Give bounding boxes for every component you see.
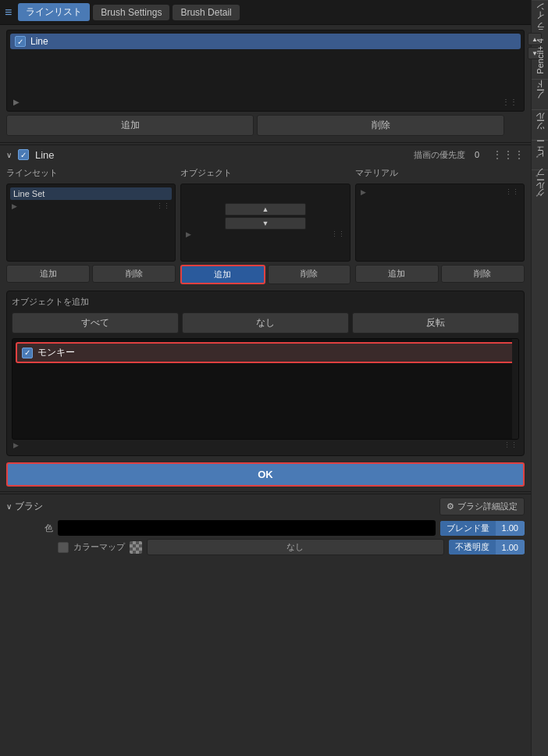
line-list-item[interactable]: ✓ Line — [10, 34, 521, 49]
tab-brush-detail[interactable]: Brush Detail — [173, 5, 239, 20]
line-detail-name: Line — [35, 149, 407, 161]
priority-label: 描画の優先度 — [414, 149, 465, 161]
line-item-name: Line — [30, 36, 48, 47]
add-object-btn-row: すべて なし 反転 — [12, 312, 519, 333]
object-expand-icon: ▶ — [186, 230, 191, 238]
object-drag-icon2: ⋮⋮ — [504, 441, 518, 449]
right-sidebar: Pencil+ 4 ライン ノード ツール ビュー グループ — [531, 0, 548, 756]
sidebar-item-pencil4[interactable]: Pencil+ 4 ライン — [532, 0, 548, 79]
blend-label: ブレンド量 — [440, 521, 496, 536]
line-detail-checkbox[interactable]: ✓ — [18, 149, 29, 160]
object-list-footer: ▶ ⋮⋮ — [184, 230, 346, 239]
lineset-list-box: Line Set ▶ ⋮⋮ — [6, 184, 176, 262]
material-drag-icon: ⋮⋮ — [505, 188, 519, 196]
tab-brush-settings[interactable]: Brush Settings — [93, 5, 169, 20]
lineset-col: ラインセット Line Set ▶ ⋮⋮ 追加 削除 — [6, 167, 176, 284]
brush-settings-icon: ⚙ — [447, 501, 454, 512]
material-col: マテリアル ▶ ⋮⋮ 追加 削除 — [355, 167, 525, 284]
line-detail-menu[interactable]: ⋮⋮⋮ — [492, 148, 525, 161]
remove-object-btn[interactable]: 削除 — [268, 265, 351, 284]
tab-line-list[interactable]: ラインリスト — [18, 3, 90, 21]
object-col: オブジェクト ▲ ▼ ▶ ⋮⋮ 追加 削除 — [180, 167, 350, 284]
lineset-drag-icon: ⋮⋮ — [156, 202, 170, 210]
list-expand-icon: ▶ — [13, 98, 20, 106]
sidebar-item-node[interactable]: ノード — [532, 79, 548, 109]
line-list-scroll — [10, 49, 521, 96]
brush-title-text: ブラシ — [15, 500, 43, 513]
object-select-checkbox[interactable]: ✓ — [22, 348, 33, 358]
line-list-section: ✓ Line ▶ ⋮⋮ ▲ ▼ 追加 削除 — [0, 25, 531, 141]
brush-chevron[interactable]: ∨ — [6, 502, 12, 511]
lineset-label: ラインセット — [6, 167, 176, 179]
tab-icon: ≡ — [5, 5, 12, 20]
list-drag-icon: ⋮⋮ — [502, 98, 518, 106]
color-swatch[interactable] — [58, 520, 436, 536]
line-detail-header: ∨ ✓ Line 描画の優先度 0 ⋮⋮⋮ — [0, 144, 531, 164]
remove-material-btn[interactable]: 削除 — [441, 265, 525, 283]
object-drag-icon: ⋮⋮ — [331, 230, 345, 238]
line-detail-chevron[interactable]: ∨ — [6, 151, 12, 159]
ok-btn-row: OK — [0, 459, 531, 490]
none-button[interactable]: なし — [182, 312, 349, 333]
line-list-footer: ▶ ⋮⋮ — [10, 96, 521, 108]
ok-button[interactable]: OK — [6, 462, 525, 487]
object-up-btn[interactable]: ▲ — [225, 203, 306, 216]
object-select-list: ✓ モンキー — [12, 338, 519, 440]
checker-icon — [130, 541, 142, 554]
material-expand-icon: ▶ — [361, 188, 366, 196]
object-select-item[interactable]: ✓ モンキー — [16, 342, 515, 363]
object-list-footer: ▶ ⋮⋮ — [12, 440, 519, 451]
sidebar-item-view[interactable]: ビュー — [532, 140, 548, 169]
object-arrow-btns: ▲ ▼ — [225, 203, 306, 230]
add-object-panel: オブジェクトを追加 すべて なし 反転 ✓ モンキー ▶ ⋮⋮ — [6, 291, 525, 456]
tab-bar: ≡ ラインリスト Brush Settings Brush Detail — [0, 0, 531, 25]
object-down-btn[interactable]: ▼ — [225, 217, 306, 230]
lineset-expand-icon: ▶ — [12, 202, 17, 210]
brush-header: ∨ ブラシ ⚙ ブラシ詳細設定 — [6, 497, 525, 515]
brush-settings-label: ブラシ詳細設定 — [457, 501, 518, 512]
add-line-button[interactable]: 追加 — [6, 115, 254, 136]
lineset-list-footer: ▶ ⋮⋮ — [10, 201, 172, 211]
line-item-checkbox[interactable]: ✓ — [15, 36, 26, 47]
add-object-panel-title: オブジェクトを追加 — [12, 296, 519, 308]
lineset-item[interactable]: Line Set — [10, 187, 172, 200]
colormap-row: カラーマップ なし 不透明度 1.00 — [6, 539, 525, 555]
three-col-section: ラインセット Line Set ▶ ⋮⋮ 追加 削除 オブジェクト ▲ ▼ — [0, 164, 531, 287]
opacity-label: 不透明度 — [449, 540, 496, 555]
brush-section: ∨ ブラシ ⚙ ブラシ詳細設定 色 ブレンド量 1.00 カラーマップ なし — [0, 494, 531, 558]
priority-value: 0 — [475, 150, 479, 159]
object-expand-icon2: ▶ — [13, 441, 19, 449]
blend-group: ブレンド量 1.00 — [440, 521, 525, 536]
scrollbar[interactable] — [512, 339, 518, 439]
all-button[interactable]: すべて — [12, 312, 179, 333]
object-actions: 追加 削除 — [180, 265, 350, 284]
sidebar-item-tool[interactable]: ツール — [532, 109, 548, 140]
material-list-box: ▶ ⋮⋮ — [355, 184, 525, 262]
object-label: オブジェクト — [180, 167, 350, 179]
material-label: マテリアル — [355, 167, 525, 179]
colormap-checkbox[interactable] — [58, 542, 69, 553]
opacity-value: 1.00 — [496, 541, 525, 554]
blend-value: 1.00 — [496, 522, 525, 534]
color-row: 色 ブレンド量 1.00 — [6, 520, 525, 536]
material-actions: 追加 削除 — [355, 265, 525, 283]
sidebar-item-group[interactable]: グループ — [532, 169, 548, 209]
opacity-group: 不透明度 1.00 — [449, 540, 525, 555]
remove-line-button[interactable]: 削除 — [257, 115, 504, 136]
remove-lineset-btn[interactable]: 削除 — [92, 265, 176, 283]
line-list-box: ✓ Line ▶ ⋮⋮ — [6, 30, 525, 112]
invert-button[interactable]: 反転 — [352, 312, 519, 333]
colormap-label: カラーマップ — [73, 541, 125, 553]
add-lineset-btn[interactable]: 追加 — [6, 265, 90, 283]
brush-title-row: ∨ ブラシ — [6, 500, 43, 513]
object-list-box: ▲ ▼ ▶ ⋮⋮ — [180, 184, 350, 262]
color-label: 色 — [6, 522, 53, 534]
object-select-name: モンキー — [37, 346, 75, 359]
add-remove-row: 追加 削除 — [6, 115, 504, 136]
colormap-none-btn[interactable]: なし — [147, 539, 444, 555]
add-object-btn[interactable]: 追加 — [180, 265, 265, 284]
brush-detail-settings-btn[interactable]: ⚙ ブラシ詳細設定 — [439, 497, 525, 515]
add-material-btn[interactable]: 追加 — [355, 265, 439, 283]
material-list-footer: ▶ ⋮⋮ — [359, 187, 521, 197]
lineset-actions: 追加 削除 — [6, 265, 176, 283]
